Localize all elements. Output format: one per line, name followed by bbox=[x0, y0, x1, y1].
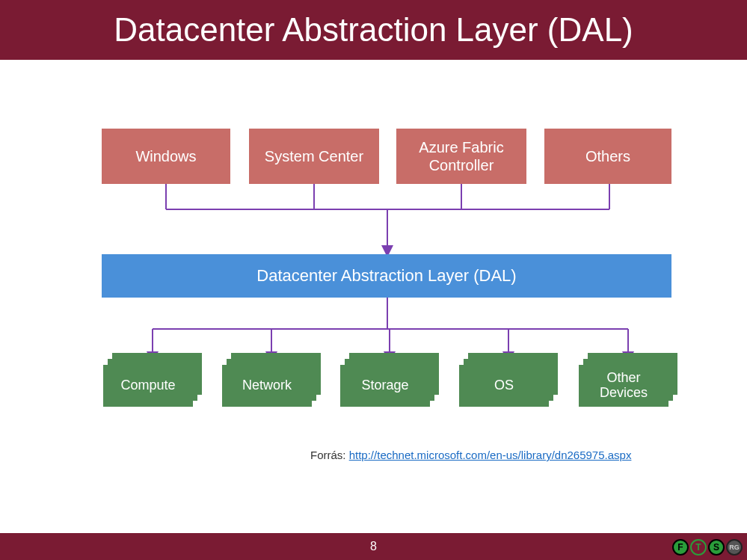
label: Network bbox=[242, 378, 292, 393]
label: Compute bbox=[120, 378, 175, 393]
logo-letter: T bbox=[695, 542, 701, 553]
label: Datacenter Abstraction Layer (DAL) bbox=[256, 266, 516, 286]
logo-letter: RG bbox=[729, 544, 740, 551]
label: OS bbox=[494, 378, 514, 393]
label: Windows bbox=[135, 147, 196, 165]
stack-other-devices: Other Devices bbox=[579, 353, 677, 407]
label: Azure Fabric Controller bbox=[419, 138, 503, 174]
top-box-azure-fabric: Azure Fabric Controller bbox=[396, 129, 526, 184]
stack-compute: Compute bbox=[103, 353, 202, 407]
stack-os: OS bbox=[459, 353, 558, 407]
label: Others bbox=[585, 147, 630, 165]
source-label: Forrás: bbox=[310, 449, 349, 461]
logo-letter: F bbox=[677, 542, 683, 553]
stack-storage: Storage bbox=[340, 353, 439, 407]
top-box-system-center: System Center bbox=[249, 129, 379, 184]
title-bar: Datacenter Abstraction Layer (DAL) bbox=[0, 0, 747, 60]
page-number: 8 bbox=[370, 540, 377, 553]
slide-title: Datacenter Abstraction Layer (DAL) bbox=[114, 11, 633, 49]
top-box-windows: Windows bbox=[102, 129, 230, 184]
middle-box-dal: Datacenter Abstraction Layer (DAL) bbox=[102, 254, 671, 298]
label: System Center bbox=[265, 147, 363, 165]
label: Storage bbox=[361, 378, 408, 393]
footer-bar: 8 bbox=[0, 533, 747, 560]
ftsrg-logo: F T S RG bbox=[672, 539, 743, 556]
stack-network: Network bbox=[222, 353, 321, 407]
source-link[interactable]: http://technet.microsoft.com/en-us/libra… bbox=[349, 449, 632, 461]
label: Other Devices bbox=[600, 371, 648, 401]
diagram-area: Windows System Center Azure Fabric Contr… bbox=[0, 60, 747, 479]
top-box-others: Others bbox=[544, 129, 671, 184]
source-citation: Forrás: http://technet.microsoft.com/en-… bbox=[310, 449, 631, 461]
logo-letter: S bbox=[713, 542, 719, 553]
